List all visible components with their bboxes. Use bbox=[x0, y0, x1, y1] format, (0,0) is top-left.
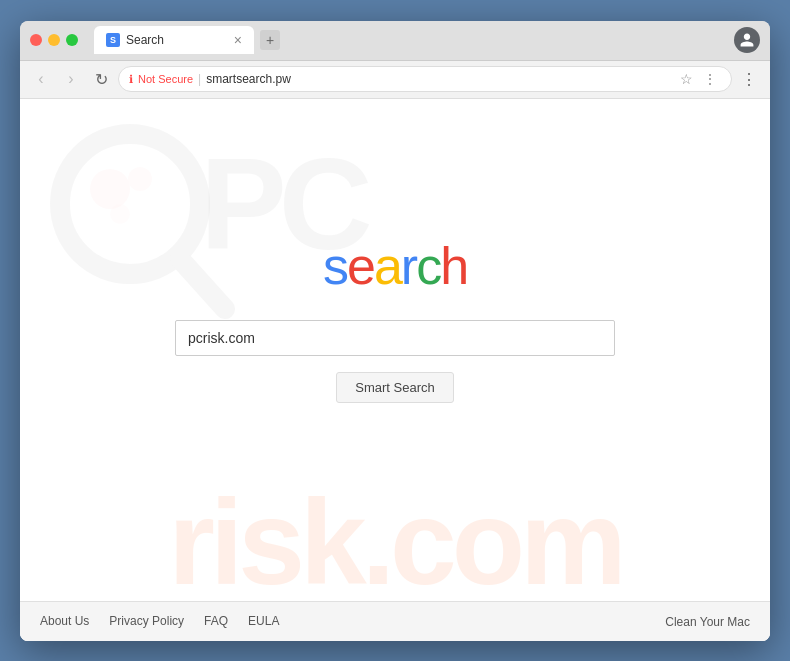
search-logo: search bbox=[323, 236, 467, 296]
menu-button[interactable]: ⋮ bbox=[736, 66, 762, 92]
minimize-window-button[interactable] bbox=[48, 34, 60, 46]
url-text: smartsearch.pw bbox=[206, 72, 291, 86]
back-button[interactable]: ‹ bbox=[28, 66, 54, 92]
reload-button[interactable]: ↻ bbox=[88, 66, 114, 92]
nav-bar: ‹ › ↻ ℹ Not Secure | smartsearch.pw ☆ ⋮ … bbox=[20, 61, 770, 99]
search-form: Smart Search bbox=[20, 320, 770, 403]
url-separator: | bbox=[198, 72, 201, 86]
footer-eula[interactable]: EULA bbox=[248, 614, 279, 628]
footer-about-us[interactable]: About Us bbox=[40, 614, 89, 628]
address-actions: ☆ ⋮ bbox=[675, 68, 721, 90]
search-input[interactable] bbox=[175, 320, 615, 356]
tab-close-button[interactable]: × bbox=[234, 33, 242, 47]
logo-h: h bbox=[440, 237, 467, 295]
page-footer: About Us Privacy Policy FAQ EULA Clean Y… bbox=[20, 601, 770, 641]
tab-title: Search bbox=[126, 33, 164, 47]
logo-a: a bbox=[374, 237, 401, 295]
smart-search-button[interactable]: Smart Search bbox=[336, 372, 453, 403]
new-tab-button[interactable]: + bbox=[260, 30, 280, 50]
footer-privacy-policy[interactable]: Privacy Policy bbox=[109, 614, 184, 628]
browser-tab[interactable]: S Search × bbox=[94, 26, 254, 54]
close-window-button[interactable] bbox=[30, 34, 42, 46]
footer-links: About Us Privacy Policy FAQ EULA bbox=[40, 614, 279, 628]
footer-clean-mac[interactable]: Clean Your Mac bbox=[665, 615, 750, 629]
maximize-window-button[interactable] bbox=[66, 34, 78, 46]
logo-s: s bbox=[323, 237, 347, 295]
browser-window: S Search × + ‹ › ↻ ℹ Not Secure | sma bbox=[20, 21, 770, 641]
more-button[interactable]: ⋮ bbox=[699, 68, 721, 90]
profile-button[interactable] bbox=[734, 27, 760, 53]
footer-faq[interactable]: FAQ bbox=[204, 614, 228, 628]
bookmark-button[interactable]: ☆ bbox=[675, 68, 697, 90]
tab-favicon: S bbox=[106, 33, 120, 47]
forward-button[interactable]: › bbox=[58, 66, 84, 92]
logo-r: r bbox=[401, 237, 416, 295]
title-bar: S Search × + bbox=[20, 21, 770, 61]
footer-right: Clean Your Mac bbox=[665, 612, 750, 630]
page-content: PC risk.com search Smart Search About Us… bbox=[20, 99, 770, 641]
main-search-area: search Smart Search bbox=[20, 99, 770, 601]
logo-e: e bbox=[347, 237, 374, 295]
security-icon: ℹ bbox=[129, 73, 133, 86]
not-secure-label: Not Secure bbox=[138, 73, 193, 85]
traffic-lights bbox=[30, 34, 78, 46]
search-input-wrapper bbox=[175, 320, 615, 356]
address-bar[interactable]: ℹ Not Secure | smartsearch.pw ☆ ⋮ bbox=[118, 66, 732, 92]
logo-c: c bbox=[416, 237, 440, 295]
tab-area: S Search × + bbox=[94, 26, 726, 54]
